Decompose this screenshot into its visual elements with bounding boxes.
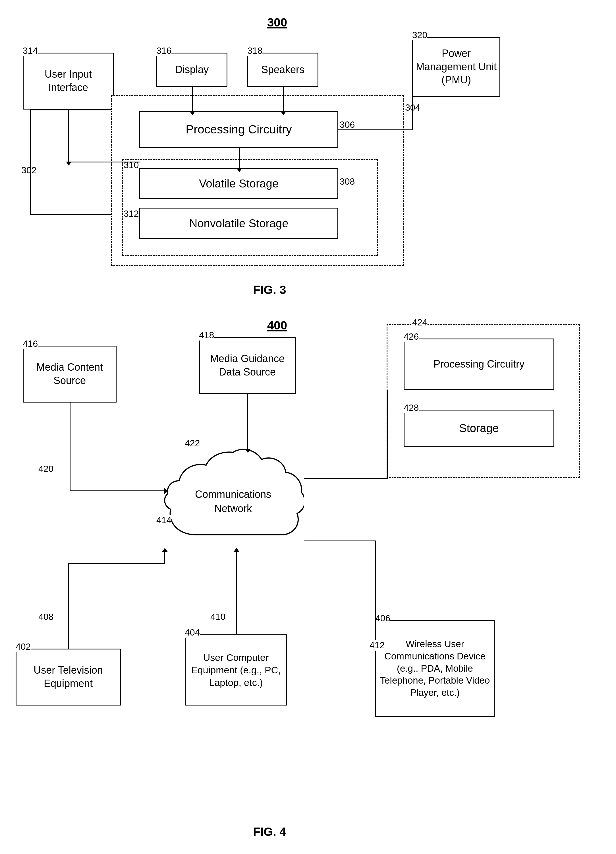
wireless-box: Wireless User Communications Device (e.g… bbox=[375, 620, 494, 717]
svg-text:Network: Network bbox=[214, 503, 252, 514]
speakers-label: Speakers bbox=[261, 63, 304, 76]
ref-308: 308 bbox=[340, 176, 355, 187]
storage-label: Storage bbox=[459, 421, 499, 436]
line-display-processing bbox=[192, 87, 193, 112]
ref-312: 312 bbox=[124, 209, 139, 219]
line-302-h-bottom bbox=[30, 214, 112, 215]
media-content-label: Media Content Source bbox=[24, 361, 116, 387]
line-v-pmu bbox=[412, 68, 413, 130]
ref-420: 420 bbox=[38, 464, 53, 474]
processing-circuitry-box-4: Processing Circuitry bbox=[404, 339, 554, 390]
speakers-box: Speakers bbox=[247, 53, 318, 87]
line-tv-h bbox=[68, 563, 165, 564]
pmu-label: Power Management Unit (PMU) bbox=[413, 47, 499, 87]
line-424-cloud-v bbox=[387, 390, 388, 479]
pmu-box: Power Management Unit (PMU) bbox=[412, 37, 500, 97]
display-label: Display bbox=[175, 63, 208, 76]
user-computer-label: User Computer Equipment (e.g., PC, Lapto… bbox=[186, 651, 286, 689]
nonvolatile-storage-box: Nonvolatile Storage bbox=[139, 208, 338, 239]
ref-314: 314 bbox=[23, 46, 38, 56]
media-guidance-box: Media Guidance Data Source bbox=[199, 337, 296, 394]
fig3-title: 300 bbox=[267, 16, 287, 29]
user-tv-label: User Television Equipment bbox=[17, 664, 120, 691]
user-tv-box: User Television Equipment bbox=[16, 649, 121, 706]
line-wireless-v bbox=[375, 540, 376, 634]
line-302-h-top bbox=[30, 110, 112, 110]
line-wireless-h bbox=[304, 540, 376, 541]
comm-network-cloud: Communications Network bbox=[162, 444, 304, 552]
volatile-label: Volatile Storage bbox=[199, 176, 278, 191]
line-media-content-v bbox=[70, 403, 70, 491]
nonvolatile-label: Nonvolatile Storage bbox=[189, 216, 288, 231]
ref-424: 424 bbox=[412, 317, 427, 328]
fig4-label: FIG. 4 bbox=[253, 825, 286, 839]
line-302-v bbox=[30, 110, 31, 215]
line-tv-v bbox=[68, 563, 69, 649]
user-input-label: User Input Interface bbox=[24, 68, 113, 95]
display-box: Display bbox=[156, 53, 227, 87]
ref-302: 302 bbox=[21, 165, 37, 175]
media-content-box: Media Content Source bbox=[23, 346, 117, 403]
storage-box: Storage bbox=[404, 410, 554, 447]
ref-306: 306 bbox=[340, 119, 355, 130]
user-computer-box: User Computer Equipment (e.g., PC, Lapto… bbox=[185, 634, 287, 706]
ref-318: 318 bbox=[247, 46, 262, 56]
ref-402: 402 bbox=[16, 642, 31, 652]
ref-422: 422 bbox=[185, 438, 200, 448]
ref-404: 404 bbox=[185, 627, 200, 638]
wireless-label: Wireless User Communications Device (e.g… bbox=[376, 638, 494, 699]
line-tv-cloud-v bbox=[164, 551, 165, 564]
ref-410: 410 bbox=[210, 612, 225, 622]
line-user-input-processing bbox=[68, 110, 69, 162]
ref-408: 408 bbox=[38, 612, 53, 622]
fig3-label: FIG. 3 bbox=[253, 283, 286, 297]
processing-circuitry-box: Processing Circuitry bbox=[139, 111, 338, 148]
line-424-cloud-h bbox=[304, 478, 388, 479]
line-processing-volatile bbox=[239, 148, 240, 169]
processing-label: Processing Circuitry bbox=[186, 122, 292, 137]
svg-text:Communications: Communications bbox=[195, 488, 271, 500]
ref-426: 426 bbox=[404, 331, 419, 342]
media-guidance-label: Media Guidance Data Source bbox=[200, 352, 295, 379]
fig4-title: 400 bbox=[267, 319, 287, 332]
ref-428: 428 bbox=[404, 403, 419, 413]
ref-406: 406 bbox=[375, 613, 390, 624]
line-media-guidance-v bbox=[247, 394, 248, 450]
line-processing-pmu bbox=[338, 130, 412, 130]
line-speakers-processing bbox=[283, 87, 284, 112]
line-h-user-processing bbox=[69, 162, 140, 162]
ref-320: 320 bbox=[412, 30, 427, 40]
ref-416: 416 bbox=[23, 339, 38, 349]
diagram-container: 300 User Input Interface 314 Display 316… bbox=[0, 0, 616, 854]
ref-412: 412 bbox=[370, 640, 385, 651]
line-media-content-h bbox=[70, 490, 165, 491]
line-computer-v bbox=[236, 551, 237, 635]
ref-316: 316 bbox=[156, 46, 172, 56]
processing-label-4: Processing Circuitry bbox=[433, 358, 525, 371]
ref-414: 414 bbox=[156, 515, 172, 525]
ref-418: 418 bbox=[199, 330, 214, 340]
user-input-interface-box: User Input Interface bbox=[23, 53, 114, 110]
volatile-storage-box: Volatile Storage bbox=[139, 168, 338, 199]
